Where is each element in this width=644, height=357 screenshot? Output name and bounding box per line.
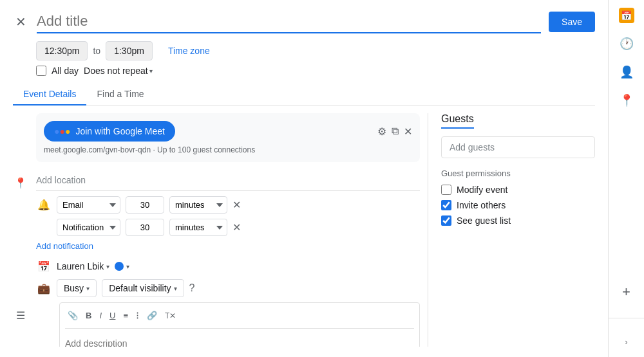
calendar-select-button[interactable]: Lauren Lbik ▾ — [57, 261, 109, 271]
bell-icon: 🔔 — [36, 197, 52, 213]
meet-close-button[interactable]: ✕ — [404, 125, 412, 138]
remove-format-button[interactable]: T✕ — [162, 310, 178, 322]
sidebar-map-icon[interactable]: 📍 — [619, 93, 634, 108]
visibility-button[interactable]: Default visibility ▾ — [102, 279, 184, 297]
visibility-help-button[interactable]: ? — [189, 282, 195, 294]
permission-row-modify: Modify event — [441, 185, 595, 195]
description-icon: ☰ — [13, 307, 28, 323]
guest-permissions-title: Guest permissions — [441, 169, 595, 178]
unordered-list-button[interactable]: ⁝ — [133, 308, 142, 323]
notification-row-2: 🔔 Notification Email minutes hours days … — [36, 219, 420, 236]
all-day-checkbox[interactable] — [36, 66, 46, 76]
calendar-name: Lauren Lbik — [57, 261, 104, 271]
start-time-button[interactable]: 12:30pm — [36, 41, 88, 60]
sidebar-clock-icon[interactable]: 🕐 — [619, 36, 634, 51]
notification-row-1: 🔔 Email Notification minutes hours days … — [36, 196, 420, 214]
sidebar-add-icon[interactable]: + — [619, 284, 634, 300]
meet-link-suffix: · Up to 100 guest connections — [153, 145, 255, 154]
add-guests-wrap — [441, 136, 595, 158]
notification-unit-select-2[interactable]: minutes hours days — [169, 219, 227, 236]
visibility-label: Default visibility — [109, 283, 171, 293]
description-input[interactable] — [65, 334, 414, 347]
sidebar-person-icon[interactable]: 👤 — [619, 64, 634, 80]
bold-button[interactable]: B — [83, 309, 94, 322]
busy-status-button[interactable]: Busy ▾ — [57, 279, 97, 297]
tab-event-details[interactable]: Event Details — [13, 84, 86, 105]
meet-button-label: Join with Google Meet — [75, 126, 165, 136]
guests-title: Guests — [441, 113, 474, 129]
ordered-list-button[interactable]: ≡ — [120, 309, 131, 322]
repeat-arrow-icon: ▾ — [149, 68, 153, 75]
event-title-input[interactable] — [37, 10, 541, 33]
invite-others-checkbox[interactable] — [441, 200, 451, 210]
gear-icon: ⚙ — [377, 126, 386, 137]
repeat-label: Does not repeat — [84, 66, 148, 76]
close-button[interactable]: ✕ — [13, 12, 29, 32]
notification-value-input-2[interactable] — [126, 219, 164, 236]
help-icon: ? — [189, 282, 195, 293]
add-notification-link[interactable]: Add notification — [36, 241, 420, 251]
see-guest-list-checkbox[interactable] — [441, 215, 451, 226]
tab-find-time[interactable]: Find a Time — [86, 84, 154, 105]
meet-link-text: meet.google.com/gvn-bovr-qdn — [44, 145, 151, 154]
busy-label: Busy — [64, 283, 84, 293]
attachment-button[interactable]: 📎 — [65, 309, 80, 322]
link-button[interactable]: 🔗 — [144, 309, 160, 322]
modify-event-checkbox[interactable] — [441, 185, 451, 195]
notification-clear-button-1[interactable]: ✕ — [232, 199, 241, 211]
description-area: 📎 B I U ≡ ⁝ 🔗 T✕ — [59, 302, 420, 347]
meet-settings-button[interactable]: ⚙ — [377, 125, 386, 138]
add-guests-input[interactable] — [441, 136, 595, 158]
permission-row-see-guests: See guest list — [441, 215, 595, 226]
location-icon: 📍 — [13, 175, 28, 190]
status-row: 💼 Busy ▾ Default visibility ▾ ? — [36, 279, 420, 297]
sidebar-icons-strip: 📅 🕐 👤 📍 + › — [608, 0, 644, 357]
meet-copy-button[interactable]: ⧉ — [392, 125, 399, 137]
notification-value-input-1[interactable] — [126, 196, 164, 214]
save-button[interactable]: Save — [549, 12, 595, 32]
location-input[interactable] — [36, 170, 420, 191]
close-icon: ✕ — [15, 14, 26, 30]
description-toolbar: 📎 B I U ≡ ⁝ 🔗 T✕ — [65, 308, 414, 329]
meet-card: ●●● Join with Google Meet ⚙ ⧉ — [36, 113, 420, 162]
briefcase-icon: 💼 — [36, 280, 52, 296]
end-time-button[interactable]: 1:30pm — [106, 41, 153, 60]
busy-arrow-icon: ▾ — [86, 285, 90, 292]
copy-icon: ⧉ — [392, 125, 399, 136]
notification-unit-select-1[interactable]: minutes hours days — [169, 196, 227, 214]
permission-row-invite: Invite others — [441, 200, 595, 210]
sidebar-calendar-icon[interactable]: 📅 — [619, 8, 634, 23]
timezone-link[interactable]: Time zone — [168, 46, 210, 56]
all-day-label: All day — [52, 66, 79, 76]
visibility-arrow-icon: ▾ — [174, 285, 177, 292]
notification-type-select-1[interactable]: Email Notification — [57, 196, 120, 214]
guests-panel: Guests Guest permissions Modify event In… — [428, 113, 595, 347]
join-meet-button[interactable]: ●●● Join with Google Meet — [44, 121, 175, 142]
calendar-row: 📅 Lauren Lbik ▾ ▾ — [36, 259, 420, 274]
underline-button[interactable]: U — [107, 309, 118, 322]
modify-event-label: Modify event — [457, 185, 507, 195]
repeat-dropdown[interactable]: Does not repeat ▾ — [84, 66, 153, 76]
notification-clear-button-2[interactable]: ✕ — [232, 221, 241, 233]
see-guest-list-label: See guest list — [457, 215, 511, 226]
time-separator: to — [93, 46, 100, 56]
italic-button[interactable]: I — [97, 309, 104, 322]
calendar-icon: 📅 — [36, 259, 52, 274]
location-row: 📍 — [13, 170, 420, 191]
invite-others-label: Invite others — [457, 200, 506, 210]
description-row: ☰ 📎 B I U ≡ ⁝ 🔗 T✕ — [13, 302, 420, 347]
notification-type-select-2[interactable]: Notification Email — [57, 219, 120, 236]
color-arrow-icon: ▾ — [126, 263, 129, 270]
calendar-color-dot — [115, 262, 124, 271]
google-meet-logo: ●●● — [54, 126, 70, 136]
close-icon: ✕ — [404, 126, 412, 137]
calendar-arrow-icon: ▾ — [106, 263, 109, 270]
sidebar-expand-icon[interactable]: › — [625, 338, 628, 347]
